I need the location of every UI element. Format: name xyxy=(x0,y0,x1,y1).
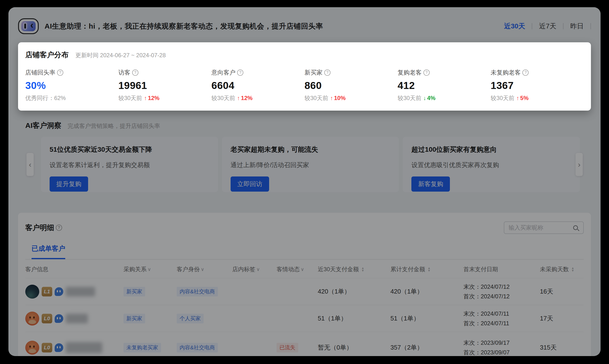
details-title: 客户明细 xyxy=(25,223,54,233)
carousel-prev-button[interactable]: ‹ xyxy=(27,153,34,176)
buyer-search-box[interactable] xyxy=(504,221,584,234)
compare-label: 较30天前 xyxy=(398,94,421,102)
metric-intent-customers: 意向客户? 6604 较30天前↑12% xyxy=(211,68,304,102)
chevron-right-icon: › xyxy=(578,160,581,169)
level-badge: L0 xyxy=(42,314,52,323)
amount-30d: 暂无（0单） xyxy=(318,343,390,352)
blurred-buyer-name xyxy=(66,287,95,297)
avatar xyxy=(25,341,39,355)
metric-new-buyers: 新买家? 860 较30天前↑10% xyxy=(304,68,398,102)
ai-insights-section: AI客户洞察 完成客户营销策略，提升店铺回头率 51位优质买家近30天交易金额下… xyxy=(18,121,591,192)
revisit-now-button[interactable]: 立即回访 xyxy=(231,176,269,192)
wangwang-chat-icon[interactable] xyxy=(55,287,63,296)
filter-chevron-icon[interactable]: ∨ xyxy=(256,266,260,272)
column-label: 未采购天数 xyxy=(540,265,569,273)
avatar xyxy=(25,312,39,325)
time-range-filters: 近30天 近7天 昨日 xyxy=(504,22,591,31)
trend-up: ↑10% xyxy=(330,95,346,102)
avatar xyxy=(25,285,39,299)
pay-dates: 末次：2024/07/11首次：2024/07/11 xyxy=(463,309,540,328)
wangwang-chat-icon[interactable] xyxy=(55,343,63,352)
table-row[interactable]: L0 新买家 个人买家 51（1单） 51（1单） 末次：2024/07/11首… xyxy=(25,305,584,332)
help-icon[interactable]: ? xyxy=(56,224,62,231)
help-icon[interactable]: ? xyxy=(423,69,430,76)
sort-icon[interactable]: ▲▼ xyxy=(428,267,431,272)
pay-dates: 末次：2023/09/17首次：2023/09/07 xyxy=(463,338,540,356)
days-since-purchase: 16天 xyxy=(540,287,584,296)
arrow-down-icon: ↓ xyxy=(423,95,426,102)
details-tabs: 已成单客户 xyxy=(25,244,584,260)
metric-non-repeat-customers: 未复购老客? 1367 较30天前↑5% xyxy=(491,68,584,102)
compare-label: 较30天前 xyxy=(118,94,142,102)
compare-label: 较30天前 xyxy=(304,94,328,102)
amount-total: 51（1单） xyxy=(390,314,463,323)
filter-chevron-icon[interactable]: ∨ xyxy=(301,266,304,272)
insight-card-overdue-buyers[interactable]: 老买家超期未复购，可能流失 通过上新/降价/活动召回买家 立即回访 xyxy=(222,137,399,192)
amount-total: 357（2单） xyxy=(390,343,463,352)
tab-ordered-customers[interactable]: 已成单客户 xyxy=(31,244,65,259)
insight-desc: 设置优惠吸引优质买家再次复购 xyxy=(411,161,571,169)
metric-value: 412 xyxy=(398,80,491,91)
help-icon[interactable]: ? xyxy=(522,69,529,76)
customer-distribution-card: 店铺客户分布 更新时间 2024-06-27 ~ 2024-07-28 店铺回头… xyxy=(18,42,591,111)
help-icon[interactable]: ? xyxy=(57,69,63,76)
boost-repurchase-button[interactable]: 提升复购 xyxy=(50,176,88,192)
metric-value: 860 xyxy=(304,80,398,91)
metric-value: 19961 xyxy=(118,80,212,91)
section-title: AI客户洞察 xyxy=(25,121,61,130)
pay-dates: 末次：2024/07/12首次：2024/07/12 xyxy=(463,282,540,301)
metric-value: 1367 xyxy=(491,80,584,91)
arrow-up-icon: ↑ xyxy=(144,95,147,102)
insight-cards: 51位优质买家近30天交易金额下降 设置老客累计返利，提升复购交易额 提升复购 … xyxy=(41,137,580,192)
column-label: 客户身份 xyxy=(177,265,200,273)
help-icon[interactable]: ? xyxy=(237,69,243,76)
level-badge: L1 xyxy=(42,287,52,297)
column-label: 采购关系 xyxy=(124,265,147,273)
filter-chevron-icon[interactable]: ∨ xyxy=(201,266,204,272)
filter-yesterday[interactable]: 昨日 xyxy=(570,22,584,31)
relation-tag: 未复购老买家 xyxy=(124,343,161,352)
new-customer-repurchase-button[interactable]: 新客复购 xyxy=(411,176,450,192)
benchmark-text: 优秀同行：62% xyxy=(25,94,66,102)
filter-last-7-days[interactable]: 近7天 xyxy=(539,22,556,31)
metric-label: 未复购老客 xyxy=(491,68,521,77)
amount-total: 420（1单） xyxy=(390,287,463,296)
column-label: 首末支付日期 xyxy=(463,265,498,273)
trend-up: ↑5% xyxy=(516,95,529,102)
assistant-message: AI生意助理：hi，老板，我正在持续观察新老客动态，发现复购机会，提升店铺回头率 xyxy=(44,21,323,31)
insight-title: 51位优质买家近30天交易金额下降 xyxy=(50,145,209,154)
help-icon[interactable]: ? xyxy=(132,69,138,76)
search-icon[interactable] xyxy=(573,225,578,230)
metric-value: 6604 xyxy=(211,80,304,91)
metric-value: 30% xyxy=(25,80,118,91)
ai-assistant-robot-icon xyxy=(18,18,39,34)
metrics-row: 店铺回头率? 30% 优秀同行：62% 访客? 19961 较30天前↑12% … xyxy=(25,68,584,102)
customer-details-card: 客户明细? 已成单客户 客户信息 采购关系∨ 客户身份∨ 店内标签∨ 客情动态∨… xyxy=(18,213,591,356)
relation-tag: 新买家 xyxy=(124,287,145,297)
carousel-next-button[interactable]: › xyxy=(576,153,583,176)
sort-icon[interactable]: ▲▼ xyxy=(571,267,574,272)
metric-label: 意向客户 xyxy=(211,68,235,77)
insight-card-premium-buyers[interactable]: 51位优质买家近30天交易金额下降 设置老客累计返利，提升复购交易额 提升复购 xyxy=(41,137,218,192)
metric-label: 店铺回头率 xyxy=(25,68,55,77)
table-row[interactable]: L1 新买家 内容&社交电商 420（1单） 420（1单） 末次：2024/0… xyxy=(25,278,584,305)
sort-icon[interactable]: ▲▼ xyxy=(361,267,364,272)
identity-tag: 内容&社交电商 xyxy=(177,287,218,297)
update-time: 更新时间 2024-06-27 ~ 2024-07-28 xyxy=(75,52,166,59)
insight-desc: 设置老客累计返利，提升复购交易额 xyxy=(50,161,209,169)
filter-last-30-days[interactable]: 近30天 xyxy=(504,22,525,31)
metric-repeat-customers: 复购老客? 412 较30天前↓4% xyxy=(398,68,491,102)
filter-chevron-icon[interactable]: ∨ xyxy=(148,266,151,272)
trend-up: ↑12% xyxy=(144,95,159,102)
compare-label: 较30天前 xyxy=(211,94,235,102)
relation-tag: 新买家 xyxy=(124,314,145,323)
metric-label: 新买家 xyxy=(304,68,323,77)
section-subtitle: 完成客户营销策略，提升店铺回头率 xyxy=(68,122,160,130)
search-input[interactable] xyxy=(509,224,573,231)
help-icon[interactable]: ? xyxy=(324,69,331,76)
table-header: 客户信息 采购关系∨ 客户身份∨ 店内标签∨ 客情动态∨ 近30天支付金额▲▼ … xyxy=(25,260,584,278)
wangwang-chat-icon[interactable] xyxy=(55,314,63,323)
table-row[interactable]: L0 未复购老买家 内容&社交电商 已流失 暂无（0单） 357（2单） 末次：… xyxy=(25,332,584,356)
insight-card-new-buyer-intent[interactable]: 超过100位新买家有复购意向 设置优惠吸引优质买家再次复购 新客复购 xyxy=(403,137,580,192)
compare-label: 较30天前 xyxy=(491,94,514,102)
